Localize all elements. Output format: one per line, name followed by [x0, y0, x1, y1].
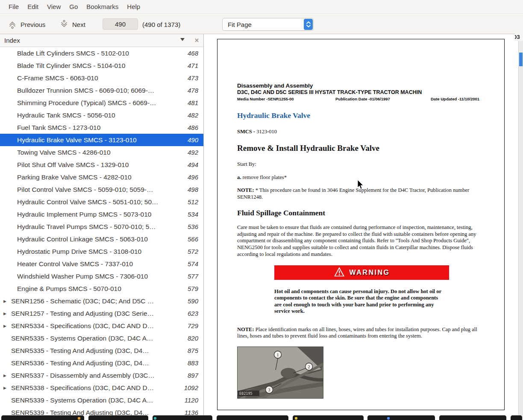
taskbar-button[interactable]: [439, 415, 506, 420]
index-item-label: SENR5339 - Systems Operation (D3C, D4C A…: [11, 397, 181, 404]
index-item[interactable]: Shimming Procedure (Typical) SMCS - 6069…: [0, 97, 203, 109]
doc-machine-model: D3C, D4C AND D5C SERIES III HYSTAT TRACK…: [237, 89, 487, 95]
index-item-page: 496: [184, 173, 203, 181]
index-item[interactable]: Hydraulic Tank SMCS - 5056-010482: [0, 109, 203, 121]
doc-step-a-text: remove floor plates*: [241, 174, 287, 180]
index-item-label: Blade Tilt Cylinder SMCS - 5104-010: [17, 62, 184, 70]
index-item-page: 1092: [181, 384, 203, 391]
index-item-label: Bulldozer Trunnion SMCS - 6069-010; 6069…: [17, 87, 184, 94]
taskbar-button[interactable]: [367, 415, 435, 420]
index-item[interactable]: Hydraulic Control Linkage SMCS - 5063-01…: [0, 233, 203, 245]
next-page-label: Next: [72, 21, 85, 28]
index-item-page: 590: [184, 297, 203, 305]
index-item-label: Hydraulic Control Valve SMCS - 5051-010;…: [17, 198, 184, 206]
index-item[interactable]: Windshield Washer Pump SMCS - 7306-01057…: [0, 270, 203, 282]
menu-help[interactable]: Help: [123, 0, 144, 14]
index-item-page: 512: [184, 198, 203, 206]
warning-banner: WARNING: [274, 265, 449, 280]
previous-page-button[interactable]: Previous: [5, 18, 48, 31]
index-item-page: 579: [184, 285, 203, 292]
index-item[interactable]: Bulldozer Trunnion SMCS - 6069-010; 6069…: [0, 84, 203, 97]
scrollbar-thumb[interactable]: [519, 53, 523, 66]
taskbar-app-icon: [78, 417, 80, 420]
index-item[interactable]: C-Frame SMCS - 6063-010473: [0, 72, 203, 84]
index-item-label: Hydrostatic Pump Drive SMCS - 3108-010: [17, 248, 184, 256]
index-item-page: 820: [184, 335, 203, 342]
index-item[interactable]: Hydraulic Brake Valve SMCS - 3123-010490: [0, 134, 203, 146]
taskbar-app-icon: [387, 417, 390, 420]
expand-arrow-icon[interactable]: ▶: [3, 324, 6, 328]
index-item-page: 490: [184, 136, 203, 144]
doc-step-a-label: a.: [237, 174, 241, 180]
doc-media-number: Media Number -SENR1255-00: [237, 97, 294, 101]
index-item[interactable]: Hydraulic Control Valve SMCS - 5051-010;…: [0, 196, 203, 208]
taskbar-button[interactable]: [217, 415, 288, 420]
menu-file[interactable]: File: [4, 0, 23, 14]
index-item[interactable]: Engine & Pumps SMCS - 5070-010579: [0, 282, 203, 295]
index-item[interactable]: Pilot Control Valve SMCS - 5059-010; 505…: [0, 183, 203, 196]
doc-date-updated: Date Updated -11/10/2001: [431, 97, 479, 101]
index-item[interactable]: Hydraulic Travel Pumps SMCS - 5070-010; …: [0, 220, 203, 233]
document-viewer[interactable]: Disassembly and Assembly D3C, D4C AND D5…: [204, 34, 518, 420]
taskbar-button[interactable]: [88, 415, 148, 420]
zoom-stepper-icon[interactable]: [304, 19, 313, 30]
index-item-label: SENR1257 - Testing and Adjusting (D3C Se…: [11, 310, 184, 317]
index-item-label: Fuel Tank SMCS - 1273-010: [17, 124, 184, 132]
index-item[interactable]: ▶SENR1256 - Schematic (D3C; D4C; And D5C…: [0, 295, 203, 307]
index-item-page: 534: [184, 211, 203, 218]
expand-arrow-icon[interactable]: ▶: [3, 299, 6, 303]
page-number-input[interactable]: [103, 18, 138, 30]
index-item[interactable]: Fuel Tank SMCS - 1273-010486: [0, 121, 203, 134]
doc-note-2-text: Place identification marks on all lines,…: [237, 326, 477, 339]
index-list: Blade Lift Cylinders SMCS - 5102-010468B…: [0, 47, 203, 420]
index-item[interactable]: Towing Valve SMCS - 4286-010492: [0, 146, 203, 159]
index-item-page: 572: [184, 248, 203, 255]
expand-arrow-icon[interactable]: ▶: [3, 311, 6, 316]
index-item[interactable]: ▶SENR1257 - Testing and Adjusting (D3C S…: [0, 307, 203, 320]
index-item[interactable]: ▶SENR5338 - Specifications (D3C, D4C AND…: [0, 382, 203, 394]
doc-manual-type: Disassembly and Assembly: [237, 82, 487, 89]
next-page-button[interactable]: Next: [57, 18, 88, 31]
page-count-label: (490 of 1373): [142, 15, 180, 34]
menu-edit[interactable]: Edit: [23, 0, 43, 14]
taskbar-button[interactable]: [1, 415, 84, 420]
index-item[interactable]: Parking Brake Valve SMCS - 4282-010496: [0, 171, 203, 183]
index-item-label: Engine & Pumps SMCS - 5070-010: [17, 285, 184, 293]
index-item-label: Hydraulic Travel Pumps SMCS - 5070-010; …: [17, 223, 184, 231]
expand-arrow-icon[interactable]: ▶: [3, 386, 6, 390]
index-item-label: Hydraulic Brake Valve SMCS - 3123-010: [17, 136, 184, 144]
sidebar-pane-dropdown-icon[interactable]: [180, 38, 185, 41]
index-item-page: 897: [184, 372, 203, 379]
index-item[interactable]: Heater Control Valve SMCS - 7337-010574: [0, 258, 203, 270]
sidebar-close-icon[interactable]: ✕: [194, 34, 199, 47]
zoom-level-select[interactable]: Fit Page: [222, 18, 314, 31]
index-item[interactable]: SENR5335 - Systems Operation (D3C, D4C A…: [0, 332, 203, 344]
index-item-page: 492: [184, 149, 203, 156]
index-item[interactable]: SENR5335 - Testing And Adjusting (D3C, D…: [0, 344, 203, 357]
figure-callout-2: 2: [308, 364, 310, 369]
index-item[interactable]: Hydrostatic Pump Drive SMCS - 3108-01057…: [0, 245, 203, 258]
previous-page-label: Previous: [21, 21, 45, 28]
menu-bookmarks[interactable]: Bookmarks: [82, 0, 123, 14]
taskbar-button[interactable]: [153, 415, 212, 420]
expand-arrow-icon[interactable]: ▶: [3, 373, 6, 378]
taskbar-button[interactable]: [293, 415, 364, 420]
index-item[interactable]: SENR5339 - Systems Operation (D3C, D4C A…: [0, 394, 203, 406]
index-item[interactable]: SENR5336 - Testing And Adjusting (D3C, D…: [0, 357, 203, 369]
index-item[interactable]: ▶SENR5334 - Specifications (D3C, D4C AND…: [0, 320, 203, 332]
index-item[interactable]: Pilot Shut Off Valve SMCS - 1329-010494: [0, 159, 203, 171]
index-item[interactable]: Blade Lift Cylinders SMCS - 5102-010468: [0, 47, 203, 59]
index-item-page: 875: [184, 347, 203, 354]
index-item-label: SENR1256 - Schematic (D3C; D4C; And D5C …: [11, 297, 184, 305]
index-item-page: 566: [184, 235, 203, 243]
taskbar-button[interactable]: [511, 415, 522, 420]
vertical-scrollbar[interactable]: [518, 34, 523, 420]
doc-figure-photo: 1 2 3 E02195: [237, 347, 323, 399]
index-item[interactable]: ▶SENR5337 - Disassembly and Assembly (D3…: [0, 369, 203, 382]
index-item[interactable]: Hydraulic Implement Pump SMCS - 5073-010…: [0, 208, 203, 220]
index-item-page: 498: [184, 186, 203, 193]
taskbar-app-icon: [154, 417, 156, 420]
menu-go[interactable]: Go: [65, 0, 82, 14]
index-item[interactable]: Blade Tilt Cylinder SMCS - 5104-010471: [0, 59, 203, 72]
menu-view[interactable]: View: [43, 0, 65, 14]
